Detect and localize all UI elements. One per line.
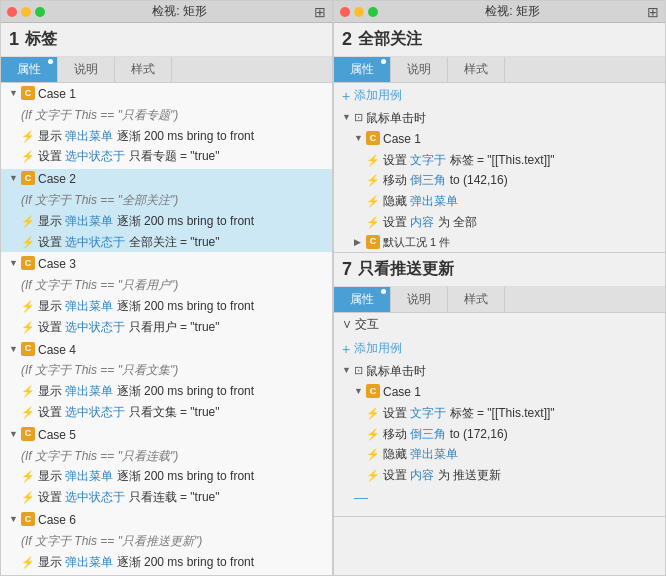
right-case-7-action-4[interactable]: ⚡ 设置 内容 为 推送更新 — [334, 465, 665, 486]
right-action-icon-7-3: ⚡ — [366, 447, 380, 462]
case-6-action-1[interactable]: ⚡ 显示 弹出菜单 逐渐 200 ms bring to front — [1, 552, 332, 573]
case-2-name: Case 2 — [38, 171, 328, 188]
right-case-7-1-name: Case 1 — [383, 384, 661, 401]
case-3-action-1[interactable]: ⚡ 显示 弹出菜单 逐渐 200 ms bring to front — [1, 296, 332, 317]
tab-description-left[interactable]: 说明 — [58, 57, 115, 82]
right-action-icon-2-3: ⚡ — [366, 194, 380, 209]
right-case-2-action-1[interactable]: ⚡ 设置 文字于 标签 = "[[This.text]]" — [334, 150, 665, 171]
case-1-action-1[interactable]: ⚡ 显示 弹出菜单 逐渐 200 ms bring to front — [1, 126, 332, 147]
case-4-action-1[interactable]: ⚡ 显示 弹出菜单 逐渐 200 ms bring to front — [1, 381, 332, 402]
right-case-7-1-icon: C — [366, 384, 380, 398]
case-2-action-1[interactable]: ⚡ 显示 弹出菜单 逐渐 200 ms bring to front — [1, 211, 332, 232]
right-tab-7-property[interactable]: 属性 — [334, 287, 391, 312]
right-case-7-action-3[interactable]: ⚡ 隐藏 弹出菜单 — [334, 444, 665, 465]
case-1-row[interactable]: ▼ C Case 1 — [1, 84, 332, 105]
case-3-condition: (If 文字于 This == "只看用户") — [1, 275, 332, 296]
maximize-button[interactable] — [35, 7, 45, 17]
right-tab-2-style[interactable]: 样式 — [448, 57, 505, 82]
case-5-action-icon-2: ⚡ — [21, 490, 35, 505]
right-mouse-arrow-7: ▼ — [342, 364, 352, 377]
case-2-icon: C — [21, 171, 35, 185]
left-section-header: 1 标签 — [1, 23, 332, 57]
case-5-row[interactable]: ▼ C Case 5 — [1, 425, 332, 446]
case-5-condition: (If 文字于 This == "只看连载") — [1, 446, 332, 467]
case-2-action-2[interactable]: ⚡ 设置 选中状态于 全部关注 = "true" — [1, 232, 332, 253]
case-1-name: Case 1 — [38, 86, 328, 103]
right-tab-7-style[interactable]: 样式 — [448, 287, 505, 312]
right-case-2-action-4[interactable]: ⚡ 设置 内容 为 全部 — [334, 212, 665, 233]
case-4-action-2[interactable]: ⚡ 设置 选中状态于 只看文集 = "true" — [1, 402, 332, 423]
right-case-7-1-row[interactable]: ▼ C Case 1 — [334, 382, 665, 403]
case-1-action-2[interactable]: ⚡ 设置 选中状态于 只看专题 = "true" — [1, 146, 332, 167]
right-section-2: 2 全部关注 属性 说明 样式 + 添加用例 — [334, 23, 665, 253]
left-section-number: 1 — [9, 29, 19, 50]
case-3-name: Case 3 — [38, 256, 328, 273]
right-action-icon-2-1: ⚡ — [366, 153, 380, 168]
case-5-action-2[interactable]: ⚡ 设置 选中状态于 只看连载 = "true" — [1, 487, 332, 508]
right-case-2-1-icon: C — [366, 131, 380, 145]
right-action-icon-7-2: ⚡ — [366, 427, 380, 442]
right-tab-2-property[interactable]: 属性 — [334, 57, 391, 82]
case-5-action-1[interactable]: ⚡ 显示 弹出菜单 逐渐 200 ms bring to front — [1, 466, 332, 487]
right-title-icon[interactable]: ⊞ — [647, 4, 659, 20]
case-3-action-icon-1: ⚡ — [21, 299, 35, 314]
case-3-action-2[interactable]: ⚡ 设置 选中状态于 只看用户 = "true" — [1, 317, 332, 338]
right-tabs-7: 属性 说明 样式 — [334, 287, 665, 313]
right-more-arrow: ▶ — [354, 236, 364, 249]
case-3-icon: C — [21, 256, 35, 270]
left-section-title: 标签 — [25, 29, 57, 50]
right-mouse-click-7[interactable]: ▼ ⊡ 鼠标单击时 — [334, 361, 665, 382]
case-3-item: ▼ C Case 3 (If 文字于 This == "只看用户") ⚡ 显示 … — [1, 253, 332, 338]
right-action-icon-2-4: ⚡ — [366, 215, 380, 230]
case-6-action-2[interactable]: ⚡ 设置 选中状态于 只看推送更新 = "true" — [1, 572, 332, 575]
case-3-action-icon-2: ⚡ — [21, 320, 35, 335]
right-section-2-title: 全部关注 — [358, 29, 422, 50]
right-maximize-button[interactable] — [368, 7, 378, 17]
case-4-item: ▼ C Case 4 (If 文字于 This == "只看文集") ⚡ 显示 … — [1, 339, 332, 424]
right-close-button[interactable] — [340, 7, 350, 17]
right-case-7-action-1[interactable]: ⚡ 设置 文字于 标签 = "[[This.text]]" — [334, 403, 665, 424]
add-example-7[interactable]: + 添加用例 — [334, 336, 665, 361]
case-1-arrow: ▼ — [9, 87, 19, 100]
right-case-2-1-row[interactable]: ▼ C Case 1 — [334, 129, 665, 150]
case-6-name: Case 6 — [38, 512, 328, 529]
right-case-2-action-3[interactable]: ⚡ 隐藏 弹出菜单 — [334, 191, 665, 212]
bottom-line-icon: — — [354, 488, 368, 508]
case-5-item: ▼ C Case 5 (If 文字于 This == "只看连载") ⚡ 显示 … — [1, 424, 332, 509]
right-case-7-action-2[interactable]: ⚡ 移动 倒三角 to (172,16) — [334, 424, 665, 445]
right-mouse-click-2[interactable]: ▼ ⊡ 鼠标单击时 — [334, 108, 665, 129]
case-6-condition: (If 文字于 This == "只看推送更新") — [1, 531, 332, 552]
chevron-down-icon-7: ∨ — [342, 317, 355, 331]
action-icon-1: ⚡ — [21, 129, 35, 144]
add-example-2[interactable]: + 添加用例 — [334, 83, 665, 108]
case-2-action-icon-2: ⚡ — [21, 235, 35, 250]
case-3-row[interactable]: ▼ C Case 3 — [1, 254, 332, 275]
case-6-item: ▼ C Case 6 (If 文字于 This == "只看推送更新") ⚡ 显… — [1, 509, 332, 575]
right-tab-2-dot — [381, 59, 386, 64]
tab-style-left[interactable]: 样式 — [115, 57, 172, 82]
right-action-icon-7-1: ⚡ — [366, 406, 380, 421]
right-case-2-action-2[interactable]: ⚡ 移动 倒三角 to (142,16) — [334, 170, 665, 191]
right-more-icon: C — [366, 235, 380, 249]
case-2-row[interactable]: ▼ C Case 2 — [1, 169, 332, 190]
right-section-7-number: 7 — [342, 259, 352, 280]
right-case-2-1-name: Case 1 — [383, 131, 661, 148]
case-4-row[interactable]: ▼ C Case 4 — [1, 340, 332, 361]
right-tab-2-description[interactable]: 说明 — [391, 57, 448, 82]
right-bottom-indicator: — — [334, 486, 665, 516]
right-action-icon-7-4: ⚡ — [366, 468, 380, 483]
case-4-icon: C — [21, 342, 35, 356]
case-3-arrow: ▼ — [9, 257, 19, 270]
right-mouse-arrow-2: ▼ — [342, 111, 352, 124]
right-more-indicator[interactable]: ▶ C 默认工况 1 件 — [334, 233, 665, 252]
right-minimize-button[interactable] — [354, 7, 364, 17]
case-6-row[interactable]: ▼ C Case 6 — [1, 510, 332, 531]
case-5-icon: C — [21, 427, 35, 441]
close-button[interactable] — [7, 7, 17, 17]
tab-property-left[interactable]: 属性 — [1, 57, 58, 82]
left-title-icon[interactable]: ⊞ — [314, 4, 326, 20]
right-tab-7-description[interactable]: 说明 — [391, 287, 448, 312]
case-4-arrow: ▼ — [9, 343, 19, 356]
right-section-7-header: 7 只看推送更新 — [334, 253, 665, 287]
minimize-button[interactable] — [21, 7, 31, 17]
